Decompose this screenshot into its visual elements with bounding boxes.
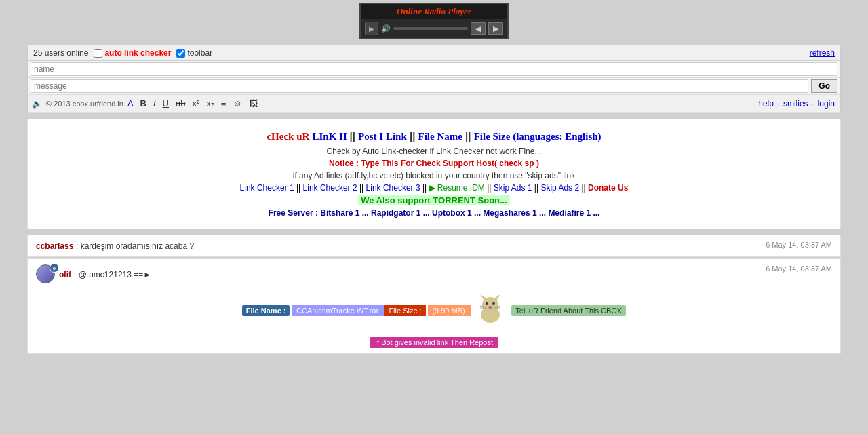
smiley-icon[interactable]: ☺ xyxy=(230,97,244,110)
align-icon[interactable]: ≡ xyxy=(218,97,229,110)
skip-ads-1-link[interactable]: Skip Ads 1 xyxy=(494,183,532,193)
svg-point-5 xyxy=(492,302,495,305)
torrent-notice: We Also support TORRENT Soon... xyxy=(39,195,829,208)
help-link[interactable]: help xyxy=(758,99,774,108)
toolbar-row: 25 users online auto link checker toolba… xyxy=(28,45,840,61)
next-button[interactable]: ▶ xyxy=(488,22,503,35)
notice-warn: Notice : Type This For Check Support Hos… xyxy=(39,159,829,168)
message-row: Go xyxy=(28,78,840,95)
notice-heading-blue: LInK II xyxy=(313,131,350,142)
help-links: help · smilies · login xyxy=(757,99,836,108)
file-size-link[interactable]: File Size (languages: English) xyxy=(474,131,601,142)
link-checker-2[interactable]: Link Checker 2 xyxy=(303,183,357,193)
file-name-badge: File Name : xyxy=(242,305,290,316)
svg-point-6 xyxy=(488,306,492,309)
donate-us-link[interactable]: Donate Us xyxy=(588,183,628,193)
smilies-link[interactable]: smilies xyxy=(783,99,808,108)
italic-icon[interactable]: I xyxy=(151,97,159,110)
image-icon[interactable]: 🖼 xyxy=(246,97,260,110)
notice-free: Free Server : Bitshare 1 ... Rapidgator … xyxy=(39,208,829,218)
volume-icon: 🔊 xyxy=(381,24,391,33)
auto-link-checker-label[interactable]: auto link checker xyxy=(94,48,171,58)
subscript-icon[interactable]: x₂ xyxy=(203,97,217,110)
go-button[interactable]: Go xyxy=(811,79,837,93)
notice-sub: Check by Auto Link-checker if Link Check… xyxy=(39,146,829,156)
post-link-link[interactable]: Post I Link xyxy=(358,131,407,142)
radio-title: Online Radio Player xyxy=(361,4,507,19)
notice-board: cHeck uR LInK II || Post I Link || File … xyxy=(27,119,841,229)
superscript-icon[interactable]: x² xyxy=(189,97,202,110)
msg-colon: : kardeşim oradamısınız acaba ? xyxy=(76,241,194,251)
svg-point-4 xyxy=(486,302,488,305)
avatar: o xyxy=(36,264,56,285)
cat-mascot xyxy=(477,293,504,329)
file-value: CCAnlatimTurcke.WT.rar xyxy=(292,305,384,316)
msg-user: olif xyxy=(59,270,71,279)
notice-heading-sep1: || xyxy=(350,130,359,142)
msg-timestamp: 6 May 14, 03:37 AM xyxy=(766,241,832,249)
msg-timestamp: 6 May 14, 03:37 AM xyxy=(766,264,832,273)
file-size-value: (9.99 MB) xyxy=(428,305,471,316)
notice-heading-red: cHeck uR xyxy=(267,131,309,142)
skip-ads-2-link[interactable]: Skip Ads 2 xyxy=(540,183,579,193)
chat-message: 6 May 14, 03:37 AM o olif : @ amc121213 … xyxy=(27,258,841,354)
name-row xyxy=(28,61,840,78)
msg-text: : @ amc121213 ==► xyxy=(74,270,151,279)
chat-message: 6 May 14, 03:37 AM ccbarlass : kardeşim … xyxy=(27,235,841,257)
link-checker-1[interactable]: Link Checker 1 xyxy=(240,183,294,193)
notice-links: Link Checker 1 || Link Checker 2 || Link… xyxy=(39,183,829,193)
refresh-link[interactable]: refresh xyxy=(810,48,835,58)
file-size-badge: File Size : xyxy=(384,305,425,316)
copyright: © 2013 cbox.urfriend.in xyxy=(46,100,123,108)
sound-icon: 🔈 xyxy=(32,99,42,108)
toolbar-checkbox[interactable] xyxy=(176,49,185,58)
message-input[interactable] xyxy=(31,79,808,93)
notice-info: if any Ad links (adf.ly,bc.vc etc) block… xyxy=(39,171,829,180)
bottom-content: File Name : CCAnlatimTurcke.WT.rar File … xyxy=(36,293,832,329)
editor-toolbar: 🔈 © 2013 cbox.urfriend.in A B I U ab x² … xyxy=(28,95,840,113)
prev-button[interactable]: ◀ xyxy=(471,22,486,35)
name-input[interactable] xyxy=(31,62,837,76)
auto-link-text: auto link checker xyxy=(104,48,171,58)
chat-messages: 6 May 14, 03:37 AM ccbarlass : kardeşim … xyxy=(27,235,841,354)
users-online: 25 users online xyxy=(33,48,88,58)
strikethrough-icon[interactable]: ab xyxy=(173,97,188,110)
login-link[interactable]: login xyxy=(818,99,835,108)
play-button[interactable]: ▶ xyxy=(365,22,378,35)
toolbar-label[interactable]: toolbar xyxy=(176,48,212,58)
resume-idm-link[interactable]: ▶ Resume IDM xyxy=(429,183,485,193)
auto-link-checker-checkbox[interactable] xyxy=(94,49,102,58)
link-checker-3[interactable]: Link Checker 3 xyxy=(366,183,420,193)
bot-notice-row: If Bot gives invalid link Then Repost xyxy=(36,333,832,348)
file-name-link[interactable]: File Name xyxy=(418,131,462,142)
underline-icon[interactable]: U xyxy=(160,97,172,110)
font-color-icon[interactable]: A xyxy=(125,97,136,110)
toolbar-text: toolbar xyxy=(187,48,212,58)
bold-icon[interactable]: B xyxy=(138,97,149,110)
msg-user: ccbarlass xyxy=(36,241,73,251)
notice-line1: cHeck uR LInK II || Post I Link || File … xyxy=(39,130,829,142)
bot-notice: If Bot gives invalid link Then Repost xyxy=(370,337,498,348)
tell-badge: Tell uR Friend About This CBOX xyxy=(511,305,626,316)
svg-point-1 xyxy=(482,297,498,313)
progress-bar[interactable] xyxy=(393,27,468,30)
chat-container: 25 users online auto link checker toolba… xyxy=(27,45,841,113)
